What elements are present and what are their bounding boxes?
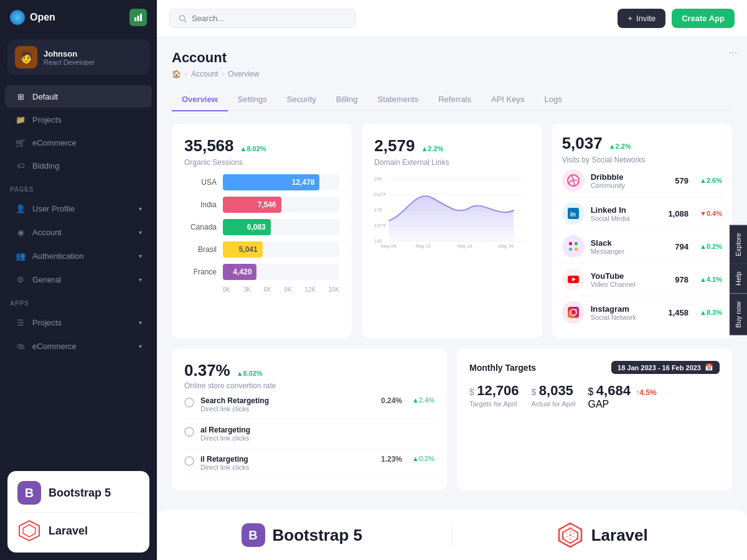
conv-row-search: Search Retargeting Direct link clicks 0.…: [184, 390, 435, 419]
tab-overview[interactable]: Overview: [172, 88, 228, 111]
sidebar-item-label: eCommerce: [32, 138, 77, 147]
bar-row-canada: Canada 6,083: [184, 219, 339, 235]
stat-label-social: Visits by Social Networks: [562, 156, 722, 164]
sidebar-item-label: User Profile: [32, 204, 75, 213]
sidebar-item-user-profile[interactable]: 👤 User Profile ▾: [5, 197, 152, 220]
search-input[interactable]: [192, 14, 347, 23]
platform-category: Video Channel: [591, 281, 636, 288]
svg-text:212.5: 212.5: [374, 192, 386, 197]
social-row-youtube: YouTube Video Channel 978 ▲4.1%: [562, 263, 722, 296]
tab-referrals[interactable]: Referrals: [428, 88, 481, 111]
platform-name: Linked In: [591, 205, 630, 215]
stat-label-organic: Organic Sessions: [184, 158, 339, 167]
svg-rect-24: [569, 242, 572, 245]
sidebar-item-general[interactable]: ⚙ General ▾: [5, 268, 152, 291]
laravel-brand: Laravel: [17, 512, 139, 543]
conv-row-il: il Retargeting Direct link clicks 1.23% …: [184, 449, 435, 478]
general-icon: ⚙: [15, 274, 26, 285]
sidebar-item-label: General: [32, 275, 61, 284]
conv-menu[interactable]: ···: [729, 47, 737, 58]
gap-value: 4,684: [596, 383, 631, 398]
stat-change-domain: ▲2.2%: [421, 145, 443, 152]
sidebar-item-default[interactable]: ⊞ Default: [5, 85, 152, 108]
sidebar-item-label: Projects: [32, 115, 62, 124]
bootstrap-label: Bootstrap 5: [49, 487, 111, 500]
actual-value: 8,035: [539, 383, 573, 398]
stat-number-domain: 2,579: [374, 136, 415, 156]
sidebar-logo: Open: [10, 10, 55, 25]
tab-settings[interactable]: Settings: [228, 88, 277, 111]
laravel-brand-icon: [557, 521, 584, 549]
chevron-down-icon: ▾: [139, 229, 142, 236]
divider: [452, 523, 453, 548]
stat-number-social: 5,037: [562, 134, 603, 153]
conv-label: Online store convertion rate: [184, 381, 435, 390]
breadcrumb-account[interactable]: Account: [191, 70, 218, 78]
svg-text:May 10: May 10: [416, 243, 431, 249]
projects-icon: ☰: [15, 317, 26, 328]
side-tabs: Explore Help Buy now: [730, 225, 747, 335]
targets-amounts: $ 12,706 Targets for April $ 8,035 Actua…: [469, 383, 720, 410]
social-row-dribbble: Dribbble Community 579 ▲2.6%: [562, 164, 722, 197]
search-box[interactable]: [169, 9, 356, 28]
conv-change: ▲8.02%: [237, 370, 263, 377]
conv-row-pct: 1.23%: [381, 455, 402, 464]
bar-row-india: India 7,546: [184, 197, 339, 213]
bar-row-brasil: Brasil 5,041: [184, 241, 339, 258]
tab-statements[interactable]: Statements: [367, 88, 428, 111]
bottom-branding: B Bootstrap 5 Laravel: [7, 471, 149, 553]
invite-button[interactable]: + Invite: [618, 9, 665, 28]
gap-label: GAP: [588, 399, 656, 410]
sidebar-item-account[interactable]: ◉ Account ▾: [5, 221, 152, 243]
platform-name: Slack: [591, 238, 624, 248]
side-tab-buy[interactable]: Buy now: [730, 293, 747, 335]
sidebar-item-app-projects[interactable]: ☰ Projects ▾: [5, 311, 152, 334]
side-tab-explore[interactable]: Explore: [730, 225, 747, 263]
tab-api-keys[interactable]: API Keys: [481, 88, 534, 111]
svg-text:May 26: May 26: [499, 243, 514, 249]
svg-rect-27: [575, 248, 578, 251]
social-row-instagram: Instagram Social Network 1,458 ▲8.3%: [562, 296, 722, 329]
shop-icon: 🛒: [15, 137, 26, 148]
tab-billing[interactable]: Billing: [326, 88, 368, 111]
auth-icon: 👥: [15, 250, 26, 261]
sidebar-chart-button[interactable]: [129, 9, 147, 26]
bar-fill-canada: 6,083: [223, 219, 271, 235]
topbar: + Invite Create App: [157, 0, 747, 37]
slack-icon: [562, 235, 585, 258]
svg-point-32: [575, 309, 576, 310]
chevron-down-icon: ▾: [139, 253, 142, 259]
chevron-down-icon: ▾: [139, 343, 142, 350]
conv-dot: [184, 456, 194, 466]
actual-label: Actual for April: [532, 400, 576, 408]
sidebar-item-ecommerce[interactable]: 🛒 eCommerce: [5, 131, 152, 154]
social-count: 794: [675, 242, 688, 251]
bootstrap-brand: B Bootstrap 5: [17, 481, 139, 505]
tab-security[interactable]: Security: [277, 88, 326, 111]
platform-name: Instagram: [591, 304, 636, 314]
platform-name: YouTube: [591, 271, 636, 281]
stats-grid: 35,568 ▲8.02% Organic Sessions ··· USA 1…: [172, 124, 732, 338]
targets-header: Monthly Targets 18 Jan 2023 - 16 Feb 202…: [469, 361, 720, 374]
tab-logs[interactable]: Logs: [534, 88, 571, 111]
svg-rect-26: [575, 242, 578, 245]
sidebar-item-label: Bidding: [32, 161, 59, 170]
target-label: Targets for April: [469, 400, 519, 408]
sidebar-item-app-ecommerce[interactable]: 🛍 eCommerce ▾: [5, 335, 152, 357]
laravel-text: Laravel: [591, 526, 648, 545]
sidebar-item-bidding[interactable]: 🏷 Bidding: [5, 154, 152, 177]
svg-text:May 04: May 04: [381, 243, 397, 249]
gap-item: $ 4,684 ↑4.5% GAP: [588, 383, 656, 410]
domain-links-card: 2,579 ▲2.2% Domain External Links ··· 25…: [362, 124, 542, 338]
laravel-icon: [17, 519, 41, 543]
conv-rate: 0.37%: [184, 361, 230, 380]
target-value: 12,706: [477, 383, 519, 398]
sidebar-item-projects[interactable]: 📁 Projects: [5, 108, 152, 131]
logo-icon: [10, 10, 25, 25]
sidebar-item-authentication[interactable]: 👥 Authentication ▾: [5, 245, 152, 267]
side-tab-help[interactable]: Help: [730, 264, 747, 294]
line-chart-svg: 250 212.5 175 137.5 100: [374, 167, 529, 254]
conv-row-sub: Direct link clicks: [200, 464, 249, 471]
gap-change: ↑4.5%: [636, 388, 656, 397]
create-app-button[interactable]: Create App: [672, 9, 735, 28]
